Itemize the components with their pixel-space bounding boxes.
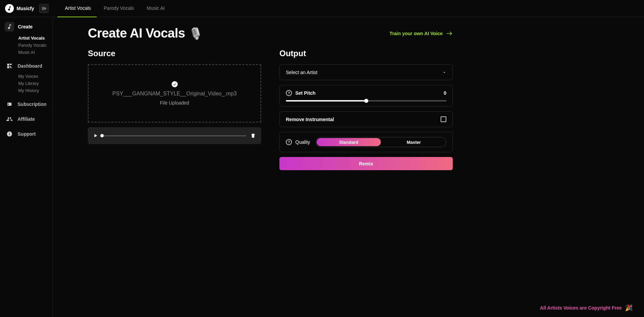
tab-music-ai[interactable]: Music AI: [147, 0, 165, 17]
sidebar-item-subscription[interactable]: Subscription: [5, 100, 48, 108]
confetti-icon: 🎉: [625, 304, 633, 312]
train-voice-link[interactable]: Train your own AI Voice: [390, 31, 453, 36]
select-artist-label: Select an Artist: [286, 70, 317, 75]
train-voice-label: Train your own AI Voice: [390, 31, 443, 36]
quality-label: Quality: [295, 139, 310, 145]
sidebar-link-music-ai[interactable]: Music AI: [18, 50, 48, 55]
output-column: Output Select an Artist ? Set Pitch 0: [279, 49, 453, 170]
delete-audio-button[interactable]: [250, 133, 256, 139]
trash-icon: [250, 133, 256, 139]
svg-rect-1: [9, 134, 10, 135]
pitch-thumb[interactable]: [364, 99, 368, 103]
source-heading: Source: [88, 49, 261, 58]
remove-instrumental-checkbox[interactable]: [441, 116, 446, 122]
source-column: Source PSY___GANGNAM_STYLE__Original_Vid…: [88, 49, 261, 170]
tab-artist-vocals[interactable]: Artist Vocals: [65, 0, 91, 17]
collapse-sidebar-button[interactable]: [39, 4, 49, 13]
page-title-text: Create AI Vocals: [88, 26, 185, 41]
quality-master[interactable]: Master: [381, 137, 446, 147]
file-upload-status: File Uploaded: [160, 100, 189, 106]
quality-card: ? Quality Standard Master: [279, 132, 453, 152]
svg-rect-2: [9, 133, 10, 133]
audio-player: [88, 127, 261, 144]
info-icon: [6, 130, 13, 138]
file-dropzone[interactable]: PSY___GANGNAM_STYLE__Original_Video_.mp3…: [88, 64, 261, 122]
remove-instrumental-card: Remove Instrumental: [279, 111, 453, 127]
logo-icon: [5, 4, 14, 13]
remove-instrumental-label: Remove Instrumental: [286, 117, 334, 122]
sidebar: Create Artist Vocals Parody Vocals Music…: [0, 17, 53, 317]
sidebar-section-support: Support: [0, 130, 52, 138]
sidebar-section-subscription: Subscription: [0, 100, 52, 108]
select-artist-dropdown[interactable]: Select an Artist: [279, 64, 453, 80]
top-tabs: Artist Vocals Parody Vocals Music AI: [53, 0, 165, 17]
microphone-icon: 🎙️: [189, 27, 203, 40]
pitch-value: 0: [444, 90, 446, 96]
sidebar-affiliate-label: Affiliate: [18, 116, 35, 122]
affiliate-icon: [6, 115, 13, 123]
playback-progress[interactable]: [102, 135, 246, 136]
sidebar-subscription-label: Subscription: [18, 101, 47, 107]
chevron-down-icon: [442, 70, 446, 74]
help-icon[interactable]: ?: [286, 139, 292, 145]
sidebar-item-create[interactable]: Create: [5, 22, 48, 31]
copyright-text: All Artists Voices are Copyright Free: [540, 305, 622, 311]
pitch-slider[interactable]: [286, 100, 446, 101]
quality-standard[interactable]: Standard: [317, 138, 381, 146]
sidebar-section-dashboard: Dashboard My Voices My Library My Histor…: [0, 62, 52, 93]
sidebar-item-support[interactable]: Support: [5, 130, 48, 138]
help-icon[interactable]: ?: [286, 90, 292, 96]
main-content: Create AI Vocals 🎙️ Train your own AI Vo…: [53, 17, 644, 317]
sidebar-link-my-history[interactable]: My History: [18, 88, 48, 93]
pitch-card: ? Set Pitch 0: [279, 85, 453, 107]
sidebar-support-label: Support: [18, 131, 36, 137]
sidebar-dashboard-label: Dashboard: [18, 63, 42, 69]
check-circle-icon: [172, 81, 178, 87]
sidebar-link-parody-vocals[interactable]: Parody Vocals: [18, 43, 48, 48]
music-note-icon: [5, 22, 14, 31]
sidebar-item-dashboard[interactable]: Dashboard: [5, 62, 48, 70]
arrow-right-icon: [446, 31, 453, 36]
tab-parody-vocals[interactable]: Parody Vocals: [104, 0, 134, 17]
pitch-track-right: [366, 100, 447, 101]
output-heading: Output: [279, 49, 453, 58]
sidebar-section-create: Create Artist Vocals Parody Vocals Music…: [0, 22, 52, 55]
copyright-note: All Artists Voices are Copyright Free 🎉: [540, 304, 633, 312]
play-button[interactable]: [93, 133, 98, 138]
progress-thumb[interactable]: [100, 134, 104, 137]
sidebar-section-affiliate: Affiliate: [0, 115, 52, 123]
topbar: Musicfy Artist Vocals Parody Vocals Musi…: [0, 0, 644, 17]
sidebar-item-affiliate[interactable]: Affiliate: [5, 115, 48, 123]
uploaded-filename: PSY___GANGNAM_STYLE__Original_Video_.mp3: [113, 91, 237, 97]
sidebar-link-artist-vocals[interactable]: Artist Vocals: [18, 36, 48, 41]
pitch-label: Set Pitch: [295, 90, 316, 96]
remix-button[interactable]: Remix: [279, 157, 453, 170]
logo-area: Musicfy: [0, 4, 53, 13]
quality-toggle: Standard Master: [316, 137, 446, 147]
brand-name: Musicfy: [17, 6, 34, 11]
page-title: Create AI Vocals 🎙️: [88, 26, 202, 41]
subscription-icon: [6, 100, 13, 108]
page-header: Create AI Vocals 🎙️ Train your own AI Vo…: [88, 26, 453, 41]
remix-label: Remix: [359, 161, 373, 166]
sidebar-create-label: Create: [18, 24, 33, 29]
sidebar-link-my-library[interactable]: My Library: [18, 81, 48, 86]
dashboard-icon: [6, 62, 13, 70]
sidebar-link-my-voices[interactable]: My Voices: [18, 74, 48, 79]
play-icon: [93, 133, 98, 138]
